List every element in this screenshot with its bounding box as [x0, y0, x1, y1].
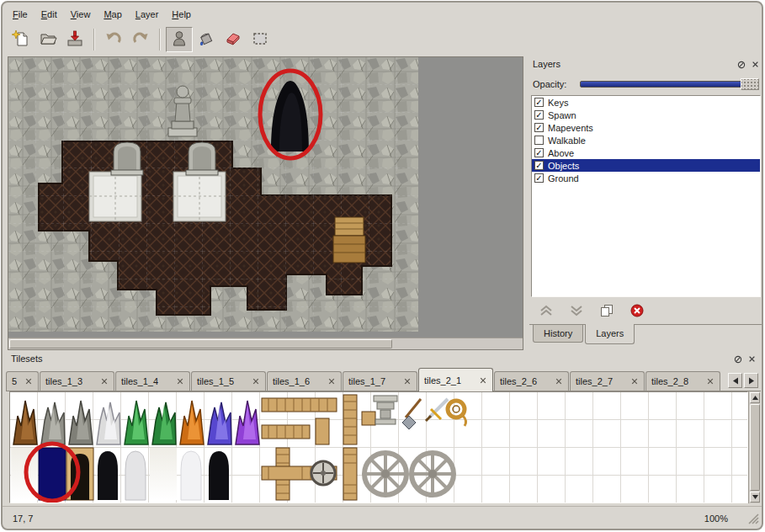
lower-layer-icon [570, 305, 583, 319]
raise-layer-button[interactable] [536, 304, 556, 319]
scroll-tabs-right-icon[interactable] [744, 373, 758, 388]
redo-icon [131, 29, 150, 51]
layer-row-mapevents[interactable]: ✓ Mapevents [532, 121, 760, 134]
resize-grip-icon[interactable] [748, 513, 759, 526]
tileset-tab[interactable]: tiles_2_6 [494, 371, 569, 391]
tileset-tab-active[interactable]: tiles_2_1 [418, 368, 493, 391]
open-button[interactable] [35, 27, 61, 52]
tileset-tab[interactable]: tiles_2_8 [645, 371, 720, 391]
toolbar-separator [159, 29, 161, 51]
layer-list: ✓ Keys ✓ Spawn ✓ Mapevents Walkable ✓ Ab… [531, 95, 761, 297]
scrollbar-thumb[interactable] [750, 404, 760, 491]
close-tab-icon[interactable] [252, 377, 260, 386]
close-tab-icon[interactable] [706, 377, 715, 386]
close-tab-icon[interactable] [630, 377, 639, 386]
opacity-slider[interactable] [580, 78, 759, 90]
layer-checkbox[interactable] [534, 136, 544, 145]
fill-tool-button[interactable] [193, 27, 220, 52]
tileset-vertical-scrollbar[interactable] [748, 391, 760, 503]
tileset-canvas[interactable] [9, 391, 748, 503]
selected-tile [39, 448, 66, 500]
scroll-tabs-left-icon[interactable] [728, 373, 742, 388]
wooden-crate [333, 217, 365, 263]
tileset-tab[interactable]: tiles_1_4 [115, 371, 190, 391]
person-stamp-icon [170, 29, 189, 51]
close-tab-icon[interactable] [403, 377, 412, 386]
layer-checkbox[interactable]: ✓ [534, 148, 544, 157]
layer-label: Spawn [548, 110, 576, 120]
layers-panel: Layers Opacity: ✓ Keys ✓ Spawn ✓ Mapev [529, 58, 762, 351]
layer-checkbox[interactable]: ✓ [534, 161, 544, 170]
undo-button[interactable] [100, 27, 127, 52]
layer-row-ground[interactable]: ✓ Ground [532, 172, 760, 184]
layer-label: Keys [548, 98, 568, 108]
eraser-tool-button[interactable] [220, 27, 247, 52]
close-panel-icon[interactable] [746, 354, 757, 364]
tab-history[interactable]: History [533, 325, 583, 343]
opacity-slider-groove[interactable] [580, 81, 757, 88]
app-window: File Edit View Map Layer Help [1, 1, 763, 530]
object-stamp-tool-button[interactable] [166, 27, 193, 52]
map-render [8, 57, 523, 338]
close-tab-icon[interactable] [555, 377, 563, 386]
layer-label: Walkable [548, 136, 586, 146]
scroll-up-icon[interactable] [750, 392, 760, 403]
layer-label: Objects [548, 161, 579, 171]
scroll-down-icon[interactable] [750, 492, 760, 503]
tileset-tab[interactable]: tiles_1_6 [267, 371, 342, 391]
tilesets-panel: Tilesets 5 tiles_1_3 tiles_1_4 tiles_1_5 [6, 353, 761, 508]
map-viewport[interactable] [8, 56, 523, 350]
menu-edit[interactable]: Edit [35, 6, 64, 23]
layer-checkbox[interactable]: ✓ [534, 98, 544, 107]
cursor-coordinates: 17, 7 [13, 513, 33, 524]
scrollbar-thumb[interactable] [9, 339, 392, 348]
menu-map[interactable]: Map [97, 6, 128, 23]
rect-select-tool-button[interactable] [247, 27, 274, 52]
tileset-tab[interactable]: tiles_1_5 [191, 371, 266, 391]
lower-layer-button[interactable] [566, 304, 587, 319]
layer-row-spawn[interactable]: ✓ Spawn [532, 109, 760, 121]
close-tab-icon[interactable] [24, 377, 33, 386]
save-button[interactable] [61, 27, 88, 52]
tileset-tabbar: 5 tiles_1_3 tiles_1_4 tiles_1_5 tiles_1_… [6, 368, 761, 391]
eraser-icon [224, 29, 242, 51]
paint-bucket-icon [197, 29, 215, 51]
layer-row-objects[interactable]: ✓ Objects [532, 159, 760, 172]
layer-label: Above [548, 148, 574, 158]
layer-row-above[interactable]: ✓ Above [532, 146, 760, 159]
tileset-tab[interactable]: tiles_2_7 [570, 371, 645, 391]
layer-checkbox[interactable]: ✓ [534, 110, 544, 120]
open-folder-icon [39, 29, 57, 51]
duplicate-layer-button[interactable] [597, 304, 617, 319]
menu-layer[interactable]: Layer [129, 6, 166, 23]
tileset-tab[interactable]: tiles_1_3 [40, 371, 114, 391]
tileset-tab[interactable]: tiles_1_7 [343, 371, 417, 391]
new-file-button[interactable] [8, 27, 35, 52]
map-horizontal-scrollbar[interactable] [8, 338, 523, 349]
layer-checkbox[interactable]: ✓ [534, 173, 544, 183]
close-panel-icon[interactable] [750, 59, 761, 70]
tileset-render [10, 392, 747, 503]
layer-row-keys[interactable]: ✓ Keys [532, 96, 760, 109]
tileset-tab[interactable]: 5 [6, 371, 39, 391]
tab-layers[interactable]: Layers [585, 324, 635, 344]
close-tab-icon[interactable] [327, 377, 336, 386]
close-tab-icon[interactable] [479, 376, 487, 385]
save-icon [66, 29, 84, 51]
close-tab-icon[interactable] [176, 377, 184, 386]
menu-file[interactable]: File [6, 6, 35, 23]
opacity-slider-handle[interactable] [741, 78, 759, 90]
menu-help[interactable]: Help [165, 6, 198, 23]
raise-layer-icon [539, 305, 553, 319]
close-tab-icon[interactable] [100, 377, 109, 386]
delete-layer-button[interactable] [627, 304, 647, 319]
layer-checkbox[interactable]: ✓ [534, 123, 544, 132]
layer-row-walkable[interactable]: Walkable [532, 134, 760, 146]
layer-label: Mapevents [548, 123, 593, 133]
float-panel-icon[interactable] [732, 354, 743, 364]
redo-button[interactable] [127, 27, 154, 52]
float-panel-icon[interactable] [736, 59, 746, 70]
toolbar-separator [93, 29, 95, 51]
menu-view[interactable]: View [64, 6, 98, 23]
undo-icon [104, 29, 123, 51]
